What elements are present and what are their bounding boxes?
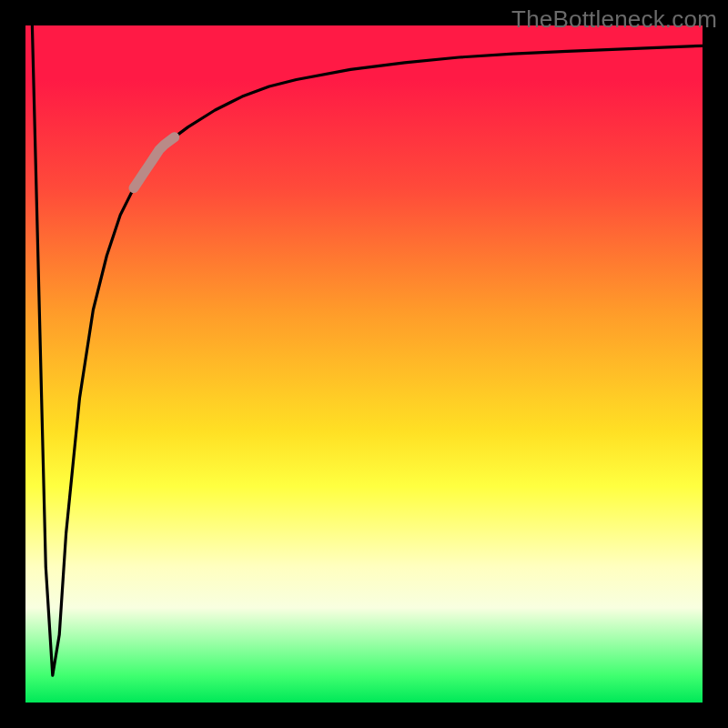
curve-highlight-segment — [134, 137, 175, 188]
bottleneck-curve — [32, 25, 703, 675]
chart-frame: TheBottleneck.com — [0, 0, 728, 728]
curve-svg — [25, 25, 703, 703]
plot-area — [25, 25, 703, 703]
watermark-text: TheBottleneck.com — [511, 5, 717, 34]
